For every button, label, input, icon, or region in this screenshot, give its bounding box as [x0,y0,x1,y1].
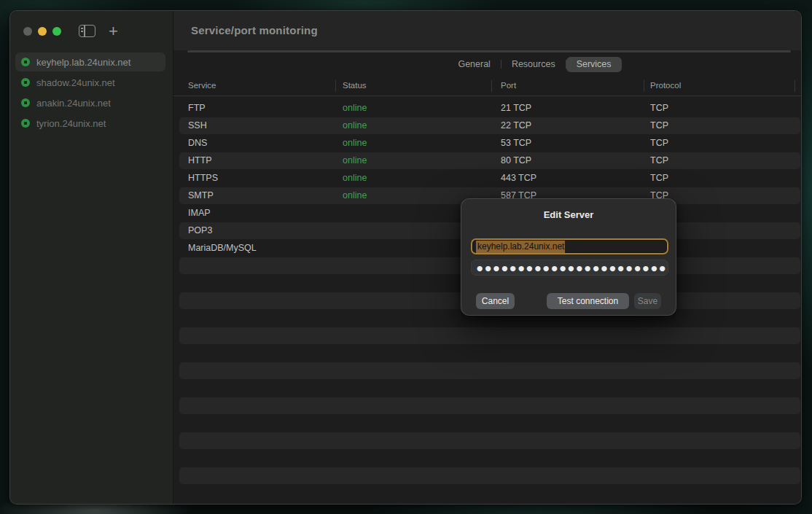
server-status-icon [21,98,30,107]
password-masked-value: ●●●●●●●●●●●●●●●●●●●●●●●●●●●●●●●● [477,264,668,272]
cell-status: online [343,103,367,113]
cell-service: HTTPS [188,173,218,183]
sidebar-item-keyhelp[interactable]: keyhelp.lab.24unix.net [15,52,165,71]
main-content: Service/port monitoring GeneralResources… [173,11,801,504]
tab-bar: GeneralResourcesServices [173,56,801,72]
cancel-button[interactable]: Cancel [476,293,515,309]
server-label: keyhelp.lab.24unix.net [36,57,130,68]
cell-service: DNS [188,138,207,148]
column-header-service[interactable]: Service [188,81,216,90]
table-row [179,380,800,397]
table-row[interactable]: HTTPSonline443 TCPTCP [179,170,800,187]
sidebar-toggle-icon[interactable] [79,25,95,37]
table-row [179,450,800,467]
server-status-icon [21,58,30,66]
traffic-lights [23,27,61,36]
cell-port: 22 TCP [501,120,531,131]
column-separator [795,80,795,92]
table-row[interactable]: SSHonline22 TCPTCP [179,117,800,134]
column-header-status[interactable]: Status [343,81,367,90]
server-label: anakin.24unix.net [36,98,111,109]
table-row [179,397,800,414]
save-button[interactable]: Save [634,293,661,309]
table-row [179,345,800,362]
titlebar-divider [187,50,791,52]
cell-status: online [343,120,367,131]
server-status-icon [21,78,30,87]
server-list: keyhelp.lab.24unix.netshadow.24unix.neta… [15,52,165,133]
cell-protocol: TCP [650,138,668,148]
cell-service: HTTP [188,155,212,166]
page-title: Service/port monitoring [191,24,318,36]
table-row [179,432,800,449]
cell-service: SMTP [188,190,214,200]
minimize-button[interactable] [38,27,47,36]
server-address-input[interactable]: keyhelp.lab.24unix.net [471,238,668,254]
dialog-title: Edit Server [461,209,676,220]
sidebar: + keyhelp.lab.24unix.netshadow.24unix.ne… [10,11,173,504]
app-window: + keyhelp.lab.24unix.netshadow.24unix.ne… [9,10,802,505]
cell-service: FTP [188,103,206,113]
table-row [179,415,800,432]
cell-protocol: TCP [650,103,668,113]
sidebar-item-shadow[interactable]: shadow.24unix.net [15,73,165,92]
server-label: shadow.24unix.net [36,77,115,88]
cell-protocol: TCP [650,120,668,131]
table-row [179,327,800,344]
table-row[interactable]: HTTPonline80 TCPTCP [179,152,800,169]
table-header: ServiceStatusPortProtocol [173,77,801,96]
sidebar-item-tyrion[interactable]: tyrion.24unix.net [15,114,165,133]
sidebar-item-anakin[interactable]: anakin.24unix.net [15,93,165,112]
cell-service: SSH [188,120,207,131]
cell-service: POP3 [188,225,212,235]
column-separator [491,80,492,92]
table-row[interactable]: DNSonline53 TCPTCP [179,135,800,152]
close-button[interactable] [23,27,32,36]
column-header-protocol[interactable]: Protocol [650,81,681,90]
cell-status: online [343,173,367,183]
cell-port: 21 TCP [501,103,531,113]
cell-service: MariaDB/MySQL [188,243,257,253]
tab-services[interactable]: Services [566,57,622,72]
table-row [179,485,800,502]
cell-status: online [343,190,367,200]
segmented-control: GeneralResourcesServices [448,56,621,72]
cell-protocol: TCP [650,173,668,183]
tab-resources[interactable]: Resources [501,57,566,72]
column-header-port[interactable]: Port [501,81,516,90]
server-address-selected-text: keyhelp.lab.24unix.net [476,241,565,253]
table-row[interactable]: FTPonline21 TCPTCP [179,100,800,117]
cell-protocol: TCP [650,155,668,166]
add-server-icon[interactable]: + [109,25,118,37]
zoom-button[interactable] [52,27,61,36]
table-row [179,362,800,379]
test-connection-button[interactable]: Test connection [547,293,629,309]
cell-status: online [343,138,367,148]
cell-service: IMAP [188,208,211,218]
edit-server-dialog: Edit Server keyhelp.lab.24unix.net ●●●●●… [461,198,676,316]
cell-port: 53 TCP [501,138,531,148]
password-input[interactable]: ●●●●●●●●●●●●●●●●●●●●●●●●●●●●●●●● [471,260,668,276]
cell-status: online [343,155,367,166]
table-row [179,467,800,484]
server-label: tyrion.24unix.net [36,118,106,129]
server-status-icon [21,119,30,128]
column-separator [644,80,644,92]
cell-port: 80 TCP [501,155,531,166]
cell-port: 443 TCP [501,173,536,183]
desktop: { "window": { "title": "Service/port mon… [0,0,812,514]
column-separator [335,80,336,92]
tab-general[interactable]: General [448,57,500,72]
